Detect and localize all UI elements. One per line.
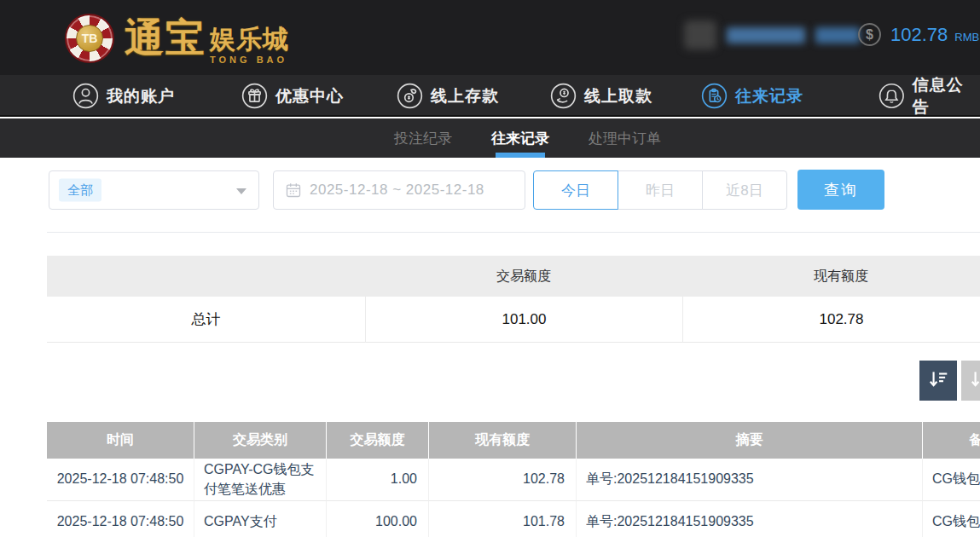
main-navigation: 我的账户 优惠中心 线上存款 bbox=[0, 75, 980, 117]
subtab-group: 投注纪录 往来记录 处理中订单 bbox=[391, 118, 664, 158]
brand-name-secondary: 娱乐城 bbox=[210, 26, 289, 52]
cell-summary: 单号:202512184151909335 bbox=[577, 501, 923, 537]
user-icon bbox=[72, 83, 99, 109]
cell-note: CG钱包 bbox=[923, 501, 980, 537]
cell-balance: 102.78 bbox=[429, 459, 577, 501]
deposit-icon bbox=[397, 83, 423, 109]
username-blur-block bbox=[727, 27, 805, 43]
nav-item-announcements[interactable]: 信息公告 bbox=[879, 75, 980, 117]
cell-note: CG钱包 bbox=[923, 459, 980, 501]
withdraw-icon bbox=[550, 83, 577, 109]
tab-transaction-records[interactable]: 往来记录 bbox=[488, 118, 553, 158]
col-header-summary: 摘要 bbox=[577, 422, 923, 459]
tab-label: 往来记录 bbox=[491, 129, 549, 148]
summary-header-trade-amount: 交易额度 bbox=[365, 256, 682, 297]
summary-total-label: 总计 bbox=[47, 297, 365, 343]
balance-display: $ 102.78 RMB bbox=[858, 23, 979, 46]
today-button[interactable]: 今日 bbox=[533, 170, 618, 210]
yesterday-button[interactable]: 昨日 bbox=[618, 170, 703, 210]
col-header-amount: 交易额度 bbox=[327, 422, 429, 459]
nav-label: 线上取款 bbox=[584, 85, 652, 107]
sort-ascending-button[interactable] bbox=[961, 361, 980, 401]
active-tab-underline bbox=[496, 153, 545, 158]
nav-label: 优惠中心 bbox=[275, 85, 344, 107]
tab-label: 投注纪录 bbox=[394, 129, 452, 148]
chip-label: TB bbox=[76, 25, 103, 52]
gift-icon bbox=[241, 83, 268, 109]
col-header-type: 交易类别 bbox=[194, 422, 327, 459]
summary-header-current-balance: 现有额度 bbox=[682, 256, 980, 297]
sort-ascending-icon bbox=[969, 368, 980, 394]
nav-item-deposit[interactable]: 线上存款 bbox=[397, 75, 499, 117]
tab-pending-orders[interactable]: 处理中订单 bbox=[585, 118, 664, 158]
balance-currency: RMB bbox=[954, 26, 979, 43]
nav-label: 线上存款 bbox=[431, 85, 499, 107]
col-header-balance: 现有额度 bbox=[429, 422, 577, 459]
type-filter-select[interactable]: 全部 bbox=[49, 170, 259, 210]
nav-label: 往来记录 bbox=[735, 85, 803, 107]
summary-table: 交易额度 现有额度 总计 101.00 102.78 bbox=[47, 256, 980, 343]
subtab-bar: 投注纪录 往来记录 处理中订单 bbox=[0, 118, 980, 158]
summary-trade-total: 101.00 bbox=[365, 297, 682, 343]
quick-range-group: 今日 昨日 近8日 bbox=[533, 170, 787, 210]
cell-time: 2025-12-18 07:48:50 bbox=[47, 459, 194, 501]
nav-item-withdraw[interactable]: 线上取款 bbox=[550, 75, 652, 117]
dollar-coin-icon: $ bbox=[858, 23, 881, 46]
sort-descending-icon bbox=[927, 368, 949, 394]
sort-descending-button[interactable] bbox=[919, 361, 957, 401]
summary-header-empty bbox=[47, 256, 365, 297]
cell-amount: 1.00 bbox=[327, 459, 429, 501]
cell-type: CGPAY支付 bbox=[194, 501, 327, 537]
nav-item-promotions[interactable]: 优惠中心 bbox=[241, 75, 344, 117]
selected-filter-tag[interactable]: 全部 bbox=[59, 179, 101, 202]
cell-time: 2025-12-18 07:48:50 bbox=[47, 501, 194, 537]
search-button[interactable]: 查询 bbox=[797, 170, 884, 210]
calendar-icon bbox=[285, 182, 302, 199]
summary-balance-total: 102.78 bbox=[682, 297, 980, 343]
nav-item-transactions[interactable]: 往来记录 bbox=[701, 75, 803, 117]
nav-label: 信息公告 bbox=[913, 74, 980, 118]
bell-icon bbox=[879, 83, 905, 109]
tab-label: 处理中订单 bbox=[589, 129, 661, 148]
cell-type: CGPAY-CG钱包支付笔笔送优惠 bbox=[194, 459, 327, 501]
site-logo[interactable]: TB 通宝 娱乐城 TONG BAO bbox=[65, 12, 289, 65]
brand-name-english: TONG BAO bbox=[210, 55, 289, 65]
nav-item-my-account[interactable]: 我的账户 bbox=[72, 75, 175, 117]
poker-chip-icon: TB bbox=[65, 14, 114, 63]
top-header: TB 通宝 娱乐城 TONG BAO $ 102.78 RMB bbox=[0, 0, 980, 75]
sort-button-group bbox=[919, 361, 980, 401]
brand-name-primary: 通宝 bbox=[125, 12, 206, 65]
date-range-input[interactable]: 2025-12-18 ~ 2025-12-18 bbox=[273, 170, 525, 210]
divider bbox=[47, 232, 980, 233]
records-icon bbox=[701, 83, 728, 109]
cell-summary: 单号:202512184151909335 bbox=[577, 459, 923, 501]
logo-text: 通宝 娱乐城 TONG BAO bbox=[125, 12, 289, 65]
username-blur-block bbox=[815, 27, 860, 43]
nav-label: 我的账户 bbox=[107, 85, 175, 107]
chevron-down-icon bbox=[236, 188, 246, 194]
tab-betting-records[interactable]: 投注纪录 bbox=[391, 118, 455, 158]
username-redacted bbox=[684, 20, 860, 49]
date-range-value: 2025-12-18 ~ 2025-12-18 bbox=[310, 182, 484, 199]
last-8-days-button[interactable]: 近8日 bbox=[702, 170, 787, 210]
col-header-note: 备注 bbox=[923, 422, 980, 459]
transaction-records-page: TB 通宝 娱乐城 TONG BAO $ 102.78 RMB bbox=[0, 0, 980, 537]
records-table: 时间 交易类别 交易额度 现有额度 摘要 备注 2025-12-18 07:48… bbox=[47, 422, 980, 537]
cell-amount: 100.00 bbox=[327, 501, 429, 537]
avatar bbox=[684, 20, 716, 49]
col-header-time: 时间 bbox=[47, 422, 194, 459]
balance-amount: 102.78 bbox=[890, 24, 948, 46]
cell-balance: 101.78 bbox=[429, 501, 577, 537]
